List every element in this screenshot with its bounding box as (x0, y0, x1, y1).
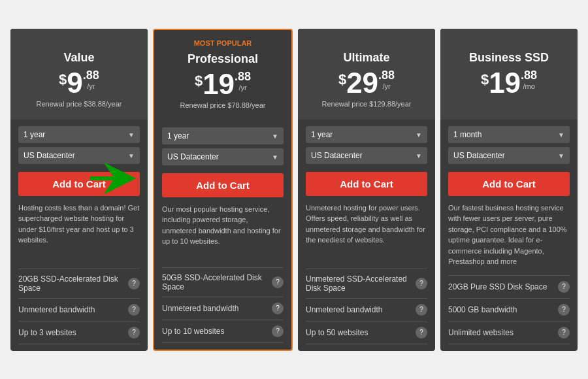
price-cents-professional: .88 (235, 70, 251, 84)
term-select-wrapper-value[interactable]: 1 year2 years3 years ▼ (18, 126, 140, 143)
price-period-business-ssd: /mo (521, 82, 537, 90)
price-main-ultimate: 29 (346, 69, 378, 97)
price-cents-period-ultimate: .88 /yr (378, 69, 395, 90)
price-dollar-value: $ (59, 71, 67, 88)
most-popular-label-value (18, 38, 140, 48)
feature-label-value-1: Unmetered bandwidth (18, 305, 124, 314)
feature-help-value-0[interactable]: ? (128, 278, 140, 289)
price-cents-period-value: .88 /yr (83, 69, 99, 90)
price-main-business-ssd: 19 (489, 69, 521, 97)
features-ultimate: Unmetered SSD-Accelerated Disk Space ? U… (306, 269, 427, 344)
feature-item-value-0: 20GB SSD-Accelerated Disk Space ? (18, 269, 140, 299)
price-period-professional: /yr (235, 84, 251, 91)
term-select-wrapper-business-ssd[interactable]: 1 month12 months24 months ▼ (448, 126, 570, 143)
svg-marker-0 (90, 162, 136, 195)
price-dollar-professional: $ (195, 73, 203, 90)
plan-business-ssd: Business SSD $ 19 .88 /mo 1 month12 mont… (440, 29, 578, 351)
plan-professional: Most Popular Professional $ 19 .88 /yr R… (153, 29, 293, 351)
term-select-wrapper-ultimate[interactable]: 1 year2 years3 years ▼ (306, 126, 427, 143)
feature-help-ultimate-0[interactable]: ? (416, 278, 427, 289)
feature-help-professional-1[interactable]: ? (272, 303, 284, 314)
plan-business-ssd-header: Business SSD $ 19 .88 /mo (440, 29, 578, 120)
term-select-ultimate[interactable]: 1 year2 years3 years (306, 126, 427, 143)
datacenter-select-wrapper-business-ssd[interactable]: US DatacenterEU Datacenter ▼ (448, 147, 570, 164)
feature-help-professional-2[interactable]: ? (272, 325, 284, 337)
term-select-business-ssd[interactable]: 1 month12 months24 months (448, 126, 570, 143)
features-business-ssd: 20GB Pure SSD Disk Space ? 5000 GB bandw… (448, 275, 570, 344)
price-main-professional: 19 (203, 70, 235, 99)
price-row-value: $ 9 .88 /yr (18, 69, 140, 97)
feature-item-ultimate-2: Up to 50 websites ? (306, 321, 427, 344)
plan-ultimate-header: Ultimate $ 29 .88 /yr Renewal price $129… (298, 29, 435, 120)
feature-label-business-ssd-2: Unlimited websites (448, 328, 554, 337)
price-cents-period-business-ssd: .88 /mo (521, 69, 537, 90)
plan-body-ultimate: 1 year2 years3 years ▼ US DatacenterEU D… (298, 120, 435, 351)
feature-label-value-0: 20GB SSD-Accelerated Disk Space (18, 274, 124, 293)
feature-help-business-ssd-2[interactable]: ? (558, 327, 570, 338)
pricing-container: Value $ 9 .88 /yr Renewal price $38.88/y… (0, 18, 588, 361)
feature-item-business-ssd-1: 5000 GB bandwidth ? (448, 299, 570, 321)
term-select-value[interactable]: 1 year2 years3 years (18, 126, 140, 143)
feature-item-ultimate-0: Unmetered SSD-Accelerated Disk Space ? (306, 269, 427, 299)
description-value: Hosting costs less than a domain! Get su… (18, 203, 140, 261)
feature-help-value-1[interactable]: ? (128, 304, 140, 316)
description-business-ssd: Our fastest business hosting service wit… (448, 203, 570, 267)
feature-help-ultimate-1[interactable]: ? (416, 304, 427, 316)
plan-body-professional: 1 year2 years3 years ▼ US DatacenterEU D… (154, 121, 291, 350)
feature-item-business-ssd-0: 20GB Pure SSD Disk Space ? (448, 276, 570, 299)
feature-help-value-2[interactable]: ? (128, 327, 140, 338)
price-row-professional: $ 19 .88 /yr (162, 70, 284, 99)
feature-item-value-2: Up to 3 websites ? (18, 321, 140, 344)
price-dollar-business-ssd: $ (481, 71, 489, 88)
plan-name-business-ssd: Business SSD (448, 51, 570, 65)
feature-label-ultimate-0: Unmetered SSD-Accelerated Disk Space (306, 274, 412, 293)
feature-help-ultimate-2[interactable]: ? (416, 327, 427, 338)
feature-label-ultimate-1: Unmetered bandwidth (306, 305, 412, 314)
feature-label-professional-0: 50GB SSD-Accelerated Disk Space (162, 273, 268, 291)
most-popular-label-ultimate (306, 38, 427, 48)
price-row-business-ssd: $ 19 .88 /mo (448, 69, 570, 97)
feature-label-business-ssd-1: 5000 GB bandwidth (448, 305, 554, 314)
add-to-cart-business-ssd[interactable]: Add to Cart (448, 172, 570, 196)
most-popular-label-business (448, 38, 570, 48)
renewal-business-ssd (448, 100, 570, 108)
plan-body-value: 1 year2 years3 years ▼ US DatacenterEU D… (10, 120, 148, 351)
renewal-value: Renewal price $38.88/year (18, 100, 140, 108)
term-select-professional[interactable]: 1 year2 years3 years (162, 127, 284, 144)
feature-item-ultimate-1: Unmetered bandwidth ? (306, 299, 427, 321)
plan-body-business-ssd: 1 month12 months24 months ▼ US Datacente… (440, 120, 578, 351)
datacenter-select-business-ssd[interactable]: US DatacenterEU Datacenter (448, 147, 570, 164)
feature-item-professional-2: Up to 10 websites ? (162, 320, 284, 343)
feature-help-business-ssd-0[interactable]: ? (558, 281, 570, 293)
price-row-ultimate: $ 29 .88 /yr (306, 69, 427, 97)
features-professional: 50GB SSD-Accelerated Disk Space ? Unmete… (162, 267, 284, 343)
description-ultimate: Unmetered hosting for power users. Offer… (306, 203, 427, 261)
datacenter-select-ultimate[interactable]: US DatacenterEU Datacenter (306, 147, 427, 164)
price-period-value: /yr (83, 82, 99, 90)
plan-professional-header: Most Popular Professional $ 19 .88 /yr R… (154, 30, 291, 121)
feature-item-professional-1: Unmetered bandwidth ? (162, 297, 284, 320)
feature-item-value-1: Unmetered bandwidth ? (18, 299, 140, 321)
price-main-value: 9 (67, 69, 82, 97)
feature-label-ultimate-2: Up to 50 websites (306, 328, 412, 337)
feature-label-professional-2: Up to 10 websites (162, 327, 268, 336)
datacenter-select-wrapper-professional[interactable]: US DatacenterEU Datacenter ▼ (162, 148, 284, 165)
feature-help-business-ssd-1[interactable]: ? (558, 304, 570, 316)
add-to-cart-ultimate[interactable]: Add to Cart (306, 172, 427, 196)
price-cents-business-ssd: .88 (521, 69, 537, 82)
most-popular-label-professional: Most Popular (162, 39, 284, 50)
plan-name-professional: Professional (162, 52, 284, 66)
term-select-wrapper-professional[interactable]: 1 year2 years3 years ▼ (162, 127, 284, 144)
features-value: 20GB SSD-Accelerated Disk Space ? Unmete… (18, 269, 140, 344)
plan-value-header: Value $ 9 .88 /yr Renewal price $38.88/y… (10, 29, 148, 120)
plan-name-value: Value (18, 51, 140, 65)
feature-help-professional-0[interactable]: ? (272, 276, 284, 288)
renewal-ultimate: Renewal price $129.88/year (306, 100, 427, 108)
datacenter-select-wrapper-ultimate[interactable]: US DatacenterEU Datacenter ▼ (306, 147, 427, 164)
price-period-ultimate: /yr (378, 82, 395, 90)
arrow-svg (90, 162, 136, 195)
price-cents-value: .88 (83, 69, 99, 82)
description-professional: Our most popular hosting service, includ… (162, 204, 284, 259)
datacenter-select-professional[interactable]: US DatacenterEU Datacenter (162, 148, 284, 165)
add-to-cart-professional[interactable]: Add to Cart (162, 173, 284, 197)
